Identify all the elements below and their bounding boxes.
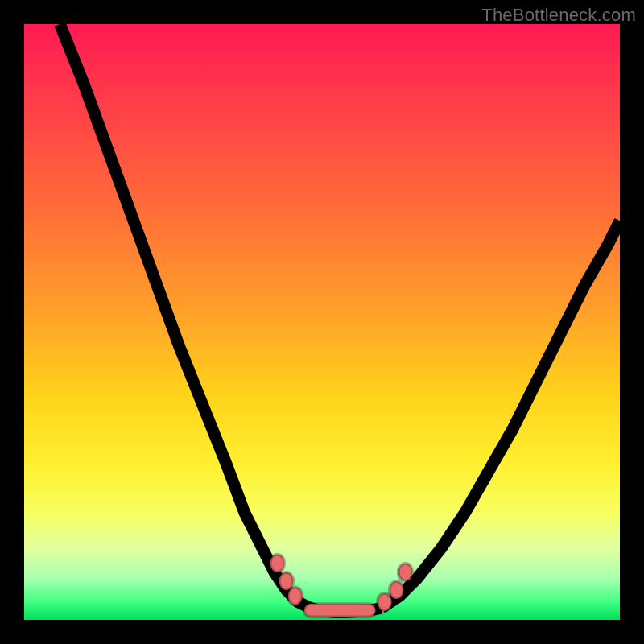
marker-dot-5 [398,564,413,581]
watermark-text: TheBottleneck.com [481,5,636,26]
curve-left-branch [60,24,310,608]
marker-dot-2 [288,587,303,605]
marker-dot-4 [390,581,404,599]
chart-frame: TheBottleneck.com [0,0,644,644]
plot-svg [24,24,620,620]
marker-dot-0 [270,555,285,572]
bottom-marker-cluster [270,555,413,617]
curve-right-branch [382,221,620,608]
plot-area [24,24,620,620]
floor-marker-band [304,604,376,617]
